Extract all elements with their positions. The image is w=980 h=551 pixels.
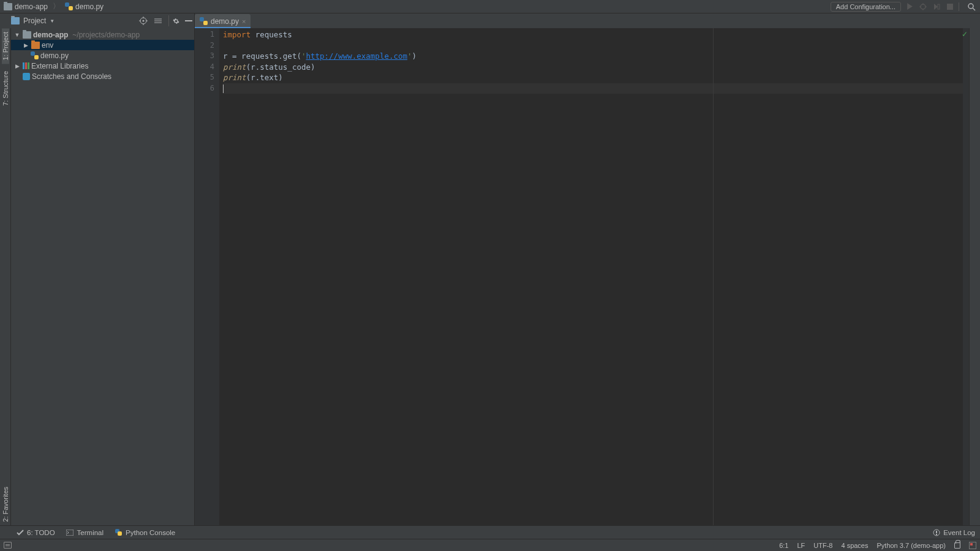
folder-icon [31, 42, 40, 49]
tool-todo[interactable]: 6: TODO [16, 528, 55, 536]
project-tool-title[interactable]: Project [23, 17, 46, 25]
expand-all-icon[interactable] [153, 15, 164, 26]
separator [959, 2, 959, 11]
libraries-icon [23, 62, 29, 69]
editor-tabs: demo.py × [195, 13, 980, 28]
svg-rect-18 [185, 20, 192, 21]
tool-terminal[interactable]: Terminal [66, 528, 104, 536]
svg-rect-21 [936, 531, 937, 533]
navigation-bar: demo-app 〉 demo.py Add Configuration... [0, 0, 980, 13]
svg-rect-6 [947, 4, 953, 10]
right-tool-strip [969, 28, 980, 525]
caret-position[interactable]: 6:1 [779, 542, 788, 549]
right-margin [713, 28, 714, 525]
code-line: print(r.text) [223, 72, 963, 83]
code-line: import requests [223, 29, 963, 40]
tool-windows-icon[interactable] [4, 542, 12, 549]
indent-setting[interactable]: 4 spaces [841, 542, 868, 549]
add-configuration-button[interactable]: Add Configuration... [831, 2, 901, 12]
tree-external-libraries[interactable]: ▶ External Libraries [11, 61, 194, 71]
status-bar: 6:1 LF UTF-8 4 spaces Python 3.7 (demo-a… [0, 539, 980, 551]
bottom-tool-strip: 6: TODO Terminal Python Console Event Lo… [0, 525, 980, 539]
chevron-down-icon[interactable]: ▼ [13, 32, 21, 38]
python-file-icon [200, 17, 208, 25]
svg-rect-5 [938, 4, 940, 9]
lock-icon[interactable] [954, 542, 960, 549]
inspector-icon[interactable] [969, 542, 976, 549]
tool-project[interactable]: 1: Project [2, 28, 9, 64]
python-interpreter[interactable]: Python 3.7 (demo-app) [876, 542, 946, 549]
line-separator[interactable]: LF [797, 542, 805, 549]
svg-point-10 [143, 20, 145, 22]
file-encoding[interactable]: UTF-8 [813, 542, 832, 549]
locate-icon[interactable] [138, 15, 149, 26]
left-tool-strip: 1: Project 7: Structure 2: Favorites [0, 28, 11, 525]
svg-line-8 [973, 8, 975, 10]
inspection-ok-icon: ✓ [962, 30, 968, 39]
line-number: 3 [195, 51, 214, 62]
code-line: r = requests.get('http://www.example.com… [223, 51, 963, 62]
tool-favorites[interactable]: 2: Favorites [2, 483, 9, 525]
search-everywhere-icon[interactable] [967, 2, 976, 12]
stop-icon [945, 2, 955, 12]
breadcrumb[interactable]: demo-app 〉 demo.py [4, 1, 104, 12]
chevron-right-icon[interactable]: ▶ [22, 42, 29, 48]
run-icon [905, 2, 914, 12]
python-file-icon [65, 2, 73, 10]
python-icon [115, 528, 123, 536]
code-area[interactable]: import requests r = requests.get('http:/… [219, 28, 963, 525]
terminal-icon [66, 528, 74, 536]
line-number: 2 [195, 40, 214, 51]
tree-root[interactable]: ▼ demo-app ~/projects/demo-app [11, 29, 194, 40]
dropdown-icon[interactable]: ▼ [50, 18, 55, 24]
gutter[interactable]: 1 2 3 4 5 6 [195, 28, 219, 525]
line-number: 6 [195, 83, 214, 94]
breadcrumb-file: demo.py [75, 2, 104, 11]
hide-icon[interactable] [183, 15, 194, 26]
svg-point-0 [921, 4, 925, 9]
folder-icon [4, 3, 12, 10]
error-stripe[interactable]: ✓ [963, 28, 969, 525]
tool-event-log[interactable]: Event Log [932, 528, 975, 536]
editor-tab-demo[interactable]: demo.py × [195, 14, 251, 28]
tree-label: Scratches and Consoles [32, 72, 111, 81]
caret [223, 84, 224, 93]
tree-file-demo[interactable]: demo.py [11, 50, 194, 61]
svg-rect-19 [66, 530, 74, 536]
tree-scratches[interactable]: Scratches and Consoles [11, 71, 194, 81]
editor[interactable]: 1 2 3 4 5 6 import requests r = requests… [195, 28, 969, 525]
code-line [223, 83, 963, 94]
tree-label: env [42, 41, 53, 50]
module-icon [23, 31, 31, 39]
todo-icon [16, 528, 24, 536]
code-line [223, 40, 963, 51]
tool-structure[interactable]: 7: Structure [2, 67, 9, 110]
tree-env[interactable]: ▶ env [11, 40, 194, 50]
event-log-icon [932, 528, 940, 536]
project-tree[interactable]: ▼ demo-app ~/projects/demo-app ▶ env dem… [11, 28, 195, 525]
chevron-right-icon: 〉 [53, 1, 60, 12]
breadcrumb-project: demo-app [15, 2, 48, 11]
tree-path: ~/projects/demo-app [72, 31, 140, 39]
close-icon[interactable]: × [242, 18, 246, 25]
project-tool-header: Project ▼ [0, 13, 195, 28]
tree-label: demo-app [33, 31, 68, 39]
line-number: 4 [195, 62, 214, 73]
code-line: print(r.status_code) [223, 62, 963, 73]
chevron-right-icon[interactable]: ▶ [13, 63, 21, 69]
line-number: 5 [195, 72, 214, 83]
python-file-icon [31, 51, 39, 59]
project-view-icon [11, 17, 20, 24]
svg-point-7 [968, 4, 973, 9]
scratches-icon [23, 73, 30, 80]
debug-icon [918, 2, 928, 12]
tool-python-console[interactable]: Python Console [115, 528, 175, 536]
tree-label: demo.py [40, 51, 69, 60]
tab-label: demo.py [211, 17, 239, 26]
line-number: 1 [195, 29, 214, 40]
run-with-coverage-icon [932, 2, 941, 12]
gear-icon[interactable] [168, 15, 179, 26]
svg-rect-22 [936, 534, 937, 535]
tree-label: External Libraries [31, 62, 88, 70]
